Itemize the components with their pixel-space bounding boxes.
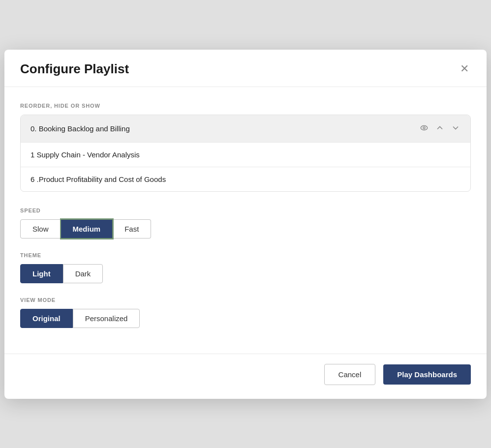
eye-icon[interactable] (419, 123, 429, 134)
theme-section: THEME Light Dark (20, 252, 471, 283)
view-mode-label: VIEW MODE (20, 297, 471, 303)
theme-toggle-group: Light Dark (20, 264, 471, 283)
view-mode-toggle-group: Original Personalized (20, 309, 471, 328)
playlist-item-label: 0. Booking Backlog and Billing (31, 124, 419, 133)
modal-body: REORDER, HIDE OR SHOW 0. Booking Backlog… (4, 87, 487, 354)
speed-toggle-group: Slow Medium Fast (20, 219, 471, 239)
view-mode-personalized-button[interactable]: Personalized (73, 309, 140, 328)
playlist-item-actions (419, 123, 460, 134)
modal-header: Configure Playlist ✕ (4, 50, 487, 87)
arrow-down-icon[interactable] (451, 123, 460, 134)
speed-section: SPEED Slow Medium Fast (20, 208, 471, 239)
speed-slow-button[interactable]: Slow (20, 219, 61, 239)
speed-label: SPEED (20, 208, 471, 213)
modal-overlay: Configure Playlist ✕ REORDER, HIDE OR SH… (0, 0, 491, 448)
playlist-item-label: 1 Supply Chain - Vendor Analysis (31, 150, 460, 159)
playlist-item-label: 6 .Product Profitability and Cost of Goo… (31, 175, 460, 183)
playlist-list: 0. Booking Backlog and Billing (20, 115, 471, 192)
play-dashboards-button[interactable]: Play Dashboards (383, 364, 471, 385)
svg-point-0 (421, 125, 427, 130)
playlist-item[interactable]: 6 .Product Profitability and Cost of Goo… (21, 167, 470, 191)
cancel-button[interactable]: Cancel (324, 364, 376, 385)
svg-point-1 (423, 126, 425, 128)
theme-dark-button[interactable]: Dark (63, 264, 103, 283)
reorder-label: REORDER, HIDE OR SHOW (20, 103, 471, 109)
reorder-section: REORDER, HIDE OR SHOW 0. Booking Backlog… (20, 103, 471, 192)
configure-playlist-modal: Configure Playlist ✕ REORDER, HIDE OR SH… (4, 50, 487, 399)
playlist-item[interactable]: 1 Supply Chain - Vendor Analysis (21, 143, 470, 167)
close-button[interactable]: ✕ (458, 61, 471, 76)
modal-title: Configure Playlist (20, 61, 129, 77)
arrow-up-icon[interactable] (435, 123, 445, 134)
theme-light-button[interactable]: Light (20, 264, 63, 283)
theme-label: THEME (20, 252, 471, 258)
view-mode-original-button[interactable]: Original (20, 309, 73, 328)
view-mode-section: VIEW MODE Original Personalized (20, 297, 471, 328)
speed-medium-button[interactable]: Medium (61, 219, 113, 239)
playlist-item[interactable]: 0. Booking Backlog and Billing (21, 115, 470, 143)
modal-footer: Cancel Play Dashboards (4, 354, 487, 399)
speed-fast-button[interactable]: Fast (113, 219, 151, 239)
close-icon: ✕ (460, 63, 469, 74)
